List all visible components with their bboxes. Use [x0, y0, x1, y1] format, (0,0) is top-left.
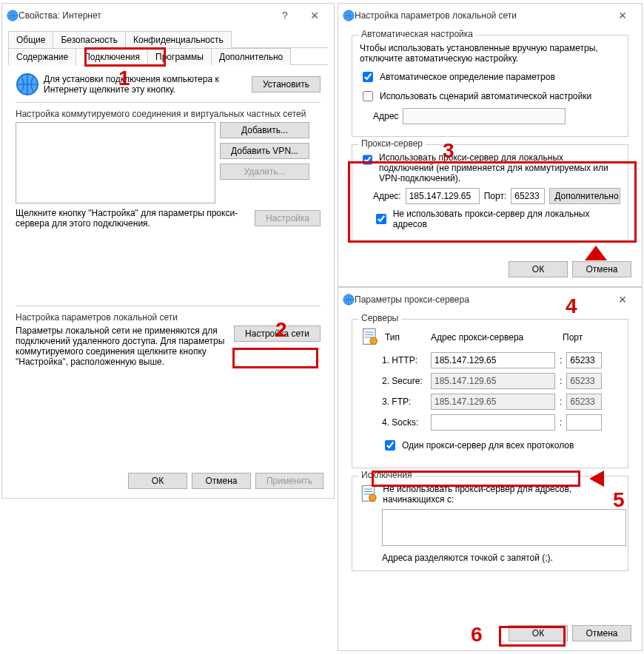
auto-detect-label: Автоматическое определение параметров: [380, 72, 555, 82]
bypass-local-label: Не использовать прокси-сервер для локаль…: [393, 209, 620, 229]
same-proxy-checkbox[interactable]: [385, 440, 395, 451]
proxy-row-address[interactable]: [431, 414, 555, 431]
globe-icon: [343, 10, 355, 21]
proxy-row-address: [431, 373, 555, 389]
auto-detect-checkbox[interactable]: [363, 72, 373, 82]
proxy-address-input[interactable]: [406, 188, 480, 204]
auto-script-checkbox[interactable]: [363, 91, 373, 101]
script-address-input: [403, 108, 566, 124]
annotation-num-3: 3: [443, 139, 455, 163]
proxy-label: Прокси-сервер: [358, 138, 426, 149]
connections-listbox[interactable]: [16, 122, 215, 203]
bypass-local-checkbox[interactable]: [376, 214, 386, 224]
apply-button: Применить: [255, 473, 323, 489]
exceptions-textarea[interactable]: [382, 509, 626, 546]
cancel-button[interactable]: Отмена: [572, 625, 631, 641]
use-proxy-label: Использовать прокси-сервер для локальных…: [379, 152, 620, 183]
window-title: Свойства: Интернет: [19, 10, 270, 21]
lan-note: Параметры локальной сети не применяются …: [16, 326, 229, 367]
address-label: Адрес: [373, 111, 398, 121]
proxy-row-label: 3. FTP:: [382, 397, 426, 407]
proxy-row-label: 4. Socks:: [382, 417, 426, 428]
tab-general[interactable]: Общие: [8, 31, 53, 48]
exceptions-hint: Адреса разделяются точкой с запятой (;).: [382, 553, 620, 563]
window-title: Настройка параметров локальной сети: [355, 10, 608, 21]
proxy-address-label: Адрес:: [373, 191, 401, 201]
port-header: Порт: [563, 332, 583, 343]
proxy-row-label: 2. Secure:: [382, 376, 426, 386]
tab-content[interactable]: Содержание: [8, 48, 76, 65]
proxy-row-port[interactable]: [566, 414, 602, 431]
proxy-row-address[interactable]: [431, 352, 555, 368]
advanced-button[interactable]: Дополнительно: [549, 188, 620, 204]
tabs-row2: Содержание Подключения Программы Дополни…: [8, 47, 328, 65]
exceptions-icon: [360, 484, 378, 505]
annotation-num-1: 1: [118, 67, 130, 90]
dial-label: Настройка коммутируемого соединения и ви…: [16, 109, 321, 119]
proxy-row-port[interactable]: [566, 352, 602, 368]
ok-button[interactable]: ОК: [509, 261, 568, 277]
proxy-row-port: [566, 373, 602, 389]
annotation-arrow-5: [589, 468, 637, 490]
tab-connections[interactable]: Подключения: [76, 48, 148, 65]
close-button[interactable]: ×: [300, 4, 329, 27]
servers-icon: [360, 327, 380, 348]
add-button[interactable]: Добавить...: [220, 122, 309, 138]
auto-script-label: Использовать сценарий автоматической нас…: [380, 91, 591, 101]
dial-settings-button: Настройка: [255, 210, 321, 226]
same-proxy-label: Один прокси-сервер для всех протоколов: [402, 440, 574, 451]
tab-programs[interactable]: Программы: [147, 48, 212, 65]
ok-button[interactable]: ОК: [509, 625, 568, 641]
annotation-num-5: 5: [613, 488, 625, 512]
close-button[interactable]: ×: [608, 4, 637, 27]
add-vpn-button[interactable]: Добавить VPN...: [220, 143, 309, 159]
cancel-button[interactable]: Отмена: [192, 473, 251, 489]
annotation-arrow-4: [577, 246, 614, 293]
tab-security[interactable]: Безопасность: [53, 31, 126, 48]
proxy-row-label: 1. HTTP:: [382, 355, 426, 365]
annotation-num-2: 2: [275, 318, 287, 342]
tab-advanced[interactable]: Дополнительно: [211, 48, 291, 65]
help-button[interactable]: ?: [270, 4, 300, 27]
globe-icon: [343, 294, 355, 306]
use-proxy-checkbox[interactable]: [363, 155, 372, 165]
setup-button[interactable]: Установить: [252, 76, 321, 92]
ok-button[interactable]: ОК: [128, 473, 187, 489]
delete-button: Удалить...: [220, 164, 309, 180]
exceptions-label: Исключения: [358, 470, 415, 480]
internet-properties-window: Свойства: Интернет ? × Общие Безопасност…: [1, 3, 335, 499]
servers-label: Серверы: [358, 313, 401, 323]
proxy-port-input[interactable]: [511, 188, 545, 204]
tabs-row1: Общие Безопасность Конфиденциальность: [8, 30, 328, 48]
annotation-num-4: 4: [566, 294, 577, 318]
type-header: Тип: [385, 332, 426, 343]
connection-icon: [16, 73, 39, 96]
auto-config-label: Автоматическая настройка: [358, 29, 476, 39]
address-header: Адрес прокси-сервера: [431, 332, 558, 343]
dial-note: Щелкните кнопку "Настройка" для параметр…: [16, 208, 250, 229]
lan-settings-window: Настройка параметров локальной сети × Ав…: [338, 3, 643, 287]
setup-text: Для установки подключения компьютера к И…: [44, 74, 247, 95]
annotation-num-6: 6: [471, 623, 483, 647]
tab-privacy[interactable]: Конфиденциальность: [125, 31, 232, 48]
proxy-port-label: Порт:: [484, 191, 507, 201]
auto-note: Чтобы использовать установленные вручную…: [360, 43, 620, 64]
globe-icon: [7, 10, 19, 21]
proxy-row-port: [566, 394, 602, 410]
proxy-row-address: [431, 394, 555, 410]
exceptions-note: Не использовать прокси-сервер для адресо…: [383, 484, 620, 505]
